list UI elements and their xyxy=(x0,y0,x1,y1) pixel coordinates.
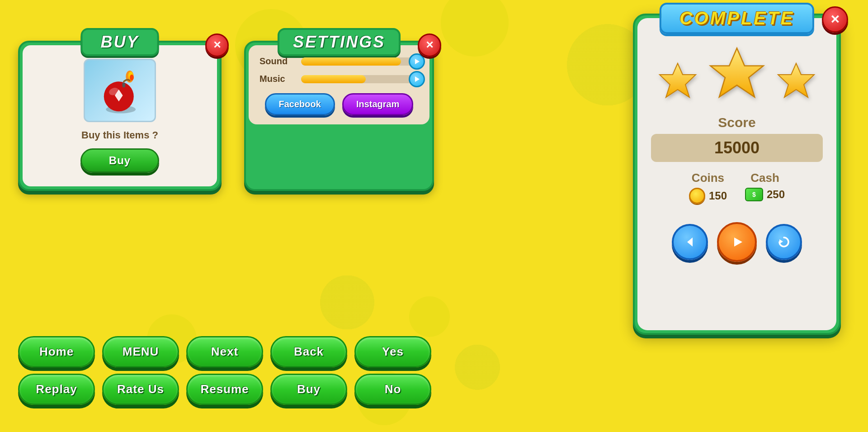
svg-rect-13 xyxy=(123,82,126,87)
next-button[interactable]: Next xyxy=(186,336,263,367)
play-action-button[interactable] xyxy=(717,222,757,262)
complete-panel-title-bar: COMPLETE xyxy=(660,3,814,34)
complete-close-icon: ✕ xyxy=(830,13,840,27)
music-slider-fill xyxy=(301,75,366,83)
top-panels-area: BUY ✕ xyxy=(18,23,434,191)
cash-label: Cash xyxy=(750,171,779,185)
buy-item-image xyxy=(84,59,156,122)
buy-close-icon: ✕ xyxy=(213,40,221,50)
svg-marker-16 xyxy=(778,63,814,97)
play-icon xyxy=(728,233,746,251)
star-1 xyxy=(655,59,700,106)
buy-confirm-button[interactable]: Buy xyxy=(80,148,159,173)
buy-panel-title-bar: BUY xyxy=(80,28,159,56)
score-section: Score 15000 xyxy=(651,115,823,162)
bomb-icon xyxy=(95,66,145,115)
svg-point-9 xyxy=(130,75,134,81)
back-button[interactable]: Back xyxy=(270,336,347,367)
svg-marker-19 xyxy=(779,239,783,244)
coins-value-row: 150 xyxy=(689,188,727,204)
page-container: BUY ✕ xyxy=(0,0,868,432)
replay-button[interactable]: Replay xyxy=(18,374,95,405)
complete-panel-content: Score 15000 Coins 150 Cash 250 xyxy=(637,18,836,330)
back-action-button[interactable] xyxy=(672,224,708,260)
stars-row xyxy=(655,45,819,106)
buy-close-button[interactable]: ✕ xyxy=(205,33,229,57)
settings-close-button[interactable]: ✕ xyxy=(418,33,441,57)
sound-label: Sound xyxy=(259,56,296,66)
coin-icon xyxy=(689,188,705,204)
svg-marker-17 xyxy=(687,237,693,247)
coins-item: Coins 150 xyxy=(689,171,727,204)
replay-action-button[interactable] xyxy=(766,224,802,260)
svg-point-5 xyxy=(409,296,450,337)
star-2 xyxy=(708,45,766,106)
cash-item: Cash 250 xyxy=(745,171,785,204)
svg-marker-18 xyxy=(734,237,742,247)
button-row-2: Replay Rate Us Resume Buy No xyxy=(18,374,431,405)
sound-slider-thumb[interactable] xyxy=(409,53,425,70)
buy-item-label: Buy this Items ? xyxy=(81,129,158,141)
cash-value: 250 xyxy=(767,188,785,201)
social-buttons-row: Facebook Instagram xyxy=(259,93,419,115)
bottom-buttons-area: Home MENU Next Back Yes Replay Rate Us R… xyxy=(18,336,431,405)
rateus-button[interactable]: Rate Us xyxy=(102,374,179,405)
facebook-button[interactable]: Facebook xyxy=(265,93,335,115)
yes-button[interactable]: Yes xyxy=(354,336,431,367)
home-button[interactable]: Home xyxy=(18,336,95,367)
resume-button[interactable]: Resume xyxy=(186,374,263,405)
rewards-row: Coins 150 Cash 250 xyxy=(651,171,823,204)
music-slider-track[interactable] xyxy=(301,75,419,83)
star-3 xyxy=(774,59,819,106)
cash-icon xyxy=(745,188,763,201)
complete-title-text: COMPLETE xyxy=(679,8,794,28)
sound-slider-fill xyxy=(301,57,401,66)
music-slider-row: Music xyxy=(259,74,419,84)
no-button[interactable]: No xyxy=(354,374,431,405)
buy-panel: BUY ✕ xyxy=(18,41,222,191)
svg-marker-14 xyxy=(660,63,696,97)
button-row-1: Home MENU Next Back Yes xyxy=(18,336,431,367)
settings-title-text: SETTINGS xyxy=(293,33,385,51)
buy-panel-content: Buy this Items ? Buy xyxy=(23,45,217,186)
coins-value: 150 xyxy=(709,190,727,202)
action-buttons-row xyxy=(672,222,802,262)
score-label: Score xyxy=(718,115,755,130)
svg-marker-15 xyxy=(711,48,764,97)
music-slider-thumb[interactable] xyxy=(409,71,425,87)
svg-point-4 xyxy=(441,0,509,57)
buy-title-text: BUY xyxy=(100,33,139,51)
settings-panel-content: Sound Music xyxy=(249,45,429,124)
sound-slider-track[interactable] xyxy=(301,57,419,66)
complete-panel: COMPLETE ✕ xyxy=(633,14,841,335)
menu-button[interactable]: MENU xyxy=(102,336,179,367)
settings-close-icon: ✕ xyxy=(425,39,434,51)
buy-bottom-button[interactable]: Buy xyxy=(270,374,347,405)
back-arrow-icon xyxy=(682,234,698,250)
score-value: 15000 xyxy=(651,134,823,162)
coins-label: Coins xyxy=(692,171,724,185)
settings-panel-title-bar: SETTINGS xyxy=(278,28,401,56)
settings-panel: SETTINGS ✕ Sound Music xyxy=(244,41,434,191)
cash-value-row: 250 xyxy=(745,188,785,201)
music-label: Music xyxy=(259,74,296,84)
instagram-button[interactable]: Instagram xyxy=(342,93,414,115)
replay-icon xyxy=(776,234,792,250)
sound-slider-row: Sound xyxy=(259,56,419,66)
complete-close-button[interactable]: ✕ xyxy=(822,6,848,33)
